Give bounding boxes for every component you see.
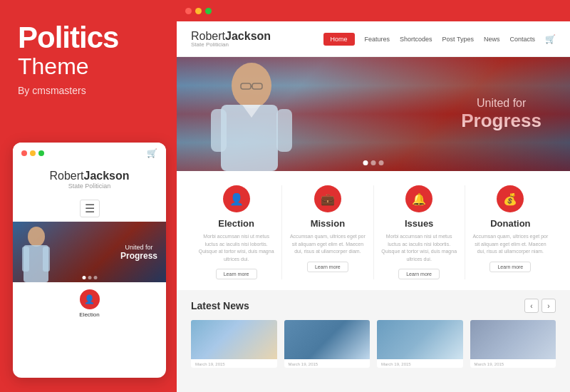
mobile-hero-dots [82, 276, 97, 279]
desktop-brand-first: Robert [191, 30, 225, 42]
desktop-hero-text: United for Progress [461, 97, 542, 132]
nav-posttypes-link[interactable]: Post Types [442, 36, 474, 43]
svg-point-4 [232, 63, 271, 108]
news-image-3 [377, 320, 463, 359]
desk-dot-red [185, 8, 192, 14]
desktop-traffic-lights [177, 0, 570, 21]
desktop-brand: RobertJackson State Politician [191, 30, 271, 48]
desktop-features: 👤 Election Morbi accumsan nisi ut metus … [177, 171, 570, 290]
desktop-hero-nav-dots [363, 160, 384, 165]
latest-news-section: Latest News ‹ › March 19, 2015 March 19,… [177, 290, 570, 375]
left-panel: Politics Theme By cmsmasters 🛒 RobertJac… [0, 0, 177, 392]
mobile-header: RobertJackson State Politician [13, 164, 166, 195]
svg-rect-7 [276, 109, 292, 152]
news-image-1 [191, 320, 277, 359]
hero-nav-dot-3[interactable] [379, 160, 384, 165]
news-prev-button[interactable]: ‹ [524, 299, 539, 313]
election-text: Morbi accumsan nisi ut metus luctus ac i… [197, 233, 276, 263]
news-card-4: March 19, 2015 [470, 320, 556, 368]
nav-links: Home Features Shortcodes Post Types News… [323, 33, 556, 46]
mobile-feature-election: 👤 Election [79, 289, 99, 318]
svg-point-0 [28, 227, 45, 247]
desktop-brand-last: Jackson [225, 30, 271, 42]
mission-text: Accumsan quam, ultrices eget por sit ali… [288, 233, 367, 256]
news-image-2 [284, 320, 370, 359]
news-date-2: March 19, 2015 [284, 359, 370, 368]
desktop-mockup: RobertJackson State Politician Home Feat… [177, 0, 570, 392]
feature-mission: 💼 Mission Accumsan quam, ultrices eget p… [282, 185, 373, 279]
news-image-4 [470, 320, 556, 359]
feature-donation: 💰 Donation Accumsan quam, ultrices eget … [465, 185, 556, 279]
svg-rect-2 [22, 247, 29, 272]
mobile-progress: Progress [120, 251, 157, 261]
feature-election: 👤 Election Morbi accumsan nisi ut metus … [191, 185, 282, 279]
desk-dot-green [205, 8, 212, 14]
news-date-3: March 19, 2015 [377, 359, 463, 368]
nav-features-link[interactable]: Features [365, 36, 390, 43]
desktop-person-silhouette [205, 61, 298, 171]
news-date-4: March 19, 2015 [470, 359, 556, 368]
brand-theme: Theme [18, 54, 159, 79]
news-next-button[interactable]: › [542, 299, 556, 313]
election-icon: 👤 [223, 185, 250, 212]
mobile-traffic-lights [21, 150, 44, 156]
issues-title: Issues [405, 218, 433, 229]
issues-learn-more[interactable]: Learn more [398, 269, 440, 279]
mobile-top-bar: 🛒 [13, 143, 166, 164]
svg-rect-5 [221, 105, 278, 171]
feature-issues: 🔔 Issues Morbi accumsan nisi ut metus lu… [374, 185, 465, 279]
donation-title: Donation [490, 218, 530, 229]
desk-dot-yellow [195, 8, 202, 14]
nav-shortcodes-link[interactable]: Shortcodes [400, 36, 432, 43]
brand-by: By cmsmasters [18, 85, 159, 96]
hero-nav-dot-2[interactable] [371, 160, 376, 165]
nav-home-link[interactable]: Home [323, 33, 355, 46]
issues-text: Morbi accumsan nisi ut metus luctus ac i… [380, 233, 459, 263]
svg-rect-6 [211, 109, 227, 152]
mobile-election-icon: 👤 [80, 289, 100, 309]
donation-learn-more[interactable]: Learn more [489, 262, 531, 272]
mobile-features: 👤 Election [13, 282, 166, 322]
news-title: Latest News [191, 300, 249, 311]
mobile-cart-icon: 🛒 [147, 148, 157, 158]
hero-dot-3 [93, 276, 97, 279]
mobile-last-name: Jackson [83, 170, 129, 182]
election-learn-more[interactable]: Learn more [216, 269, 257, 279]
svg-rect-3 [43, 247, 50, 272]
mobile-dot-yellow [30, 150, 36, 156]
news-date-1: March 19, 2015 [191, 359, 277, 368]
donation-text: Accumsan quam, ultrices eget por sit ali… [471, 233, 550, 256]
news-card-2: March 19, 2015 [284, 320, 370, 368]
hero-dot-2 [88, 276, 91, 279]
desktop-hero-united: United for [461, 97, 542, 110]
news-card-3: March 19, 2015 [377, 320, 463, 368]
mission-icon: 💼 [314, 185, 341, 212]
desktop-nav: RobertJackson State Politician Home Feat… [177, 21, 570, 57]
news-header: Latest News ‹ › [191, 299, 556, 313]
election-title: Election [218, 218, 254, 229]
mobile-dot-green [38, 150, 44, 156]
nav-news-link[interactable]: News [484, 36, 500, 43]
desktop-hero: United for Progress [177, 57, 570, 171]
brand-politics: Politics [18, 21, 159, 54]
news-navigation: ‹ › [524, 299, 556, 313]
hero-dot-1 [82, 276, 86, 279]
nav-contacts-link[interactable]: Contacts [509, 36, 535, 43]
mobile-role: State Politician [23, 182, 156, 190]
mobile-mockup: 🛒 RobertJackson State Politician ☰ Unite… [13, 143, 166, 378]
news-cards: March 19, 2015 March 19, 2015 March 19, … [191, 320, 556, 368]
mission-learn-more[interactable]: Learn more [307, 262, 348, 272]
nav-cart-icon[interactable]: 🛒 [545, 34, 556, 44]
hero-nav-dot-1[interactable] [363, 160, 368, 165]
mobile-person-silhouette [16, 225, 56, 282]
hamburger-icon[interactable]: ☰ [80, 200, 100, 217]
mobile-menu-button-container: ☰ [13, 200, 166, 217]
desktop-hero-progress: Progress [461, 110, 542, 132]
mobile-brand-name: RobertJackson [23, 170, 156, 182]
donation-icon: 💰 [497, 185, 524, 212]
mobile-hero: United for Progress [13, 222, 166, 282]
mobile-united: United for [120, 244, 157, 251]
brand-title: Politics Theme By cmsmasters [18, 21, 159, 96]
mission-title: Mission [311, 218, 345, 229]
mobile-hero-text: United for Progress [120, 244, 157, 261]
